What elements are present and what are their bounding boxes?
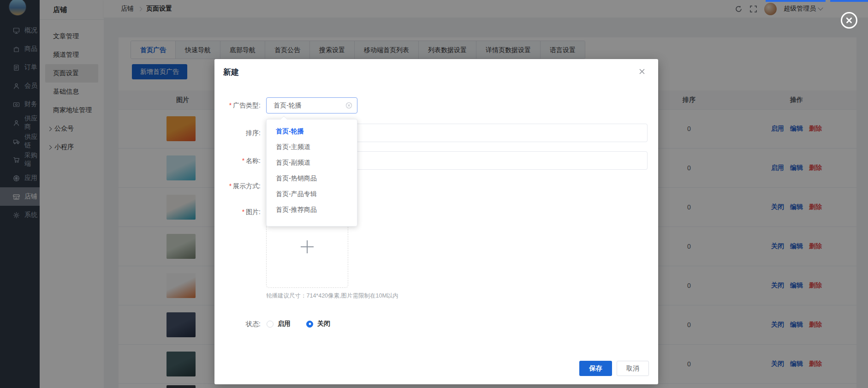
dropdown-option[interactable]: 首页-副频道 xyxy=(267,155,357,170)
ad-type-select[interactable]: 首页-轮播 xyxy=(266,97,357,113)
sort-label: *排序: xyxy=(214,124,261,142)
status-radio-group: 启用关闭 xyxy=(267,315,346,333)
plus-icon xyxy=(301,240,314,253)
required-asterisk: * xyxy=(242,208,244,215)
top-indicator-bar xyxy=(766,0,826,2)
ad-type-label: *广告类型: xyxy=(214,97,261,113)
radio-selected-icon[interactable] xyxy=(306,321,313,328)
required-asterisk: * xyxy=(242,157,244,164)
name-label: *名称: xyxy=(214,151,261,170)
status-radio-option[interactable]: 启用 xyxy=(267,320,291,328)
required-asterisk: * xyxy=(229,101,232,109)
dropdown-option-selected[interactable]: 首页-轮播 xyxy=(267,123,357,139)
ad-type-selected-value: 首页-轮播 xyxy=(273,101,345,110)
dialog-title: 新建 xyxy=(223,67,239,78)
dropdown-option-list: 首页-轮播首页-主频道首页-副频道首页-热销商品首页-产品专辑首页-推荐商品 xyxy=(267,119,357,217)
cancel-button[interactable]: 取消 xyxy=(617,361,649,376)
required-asterisk: * xyxy=(229,182,232,190)
status-label: *状态: xyxy=(214,315,261,333)
floating-close-button[interactable] xyxy=(841,12,857,29)
save-button[interactable]: 保存 xyxy=(579,361,612,376)
ad-type-dropdown: 首页-轮播首页-主频道首页-副频道首页-热销商品首页-产品专辑首页-推荐商品 xyxy=(266,119,357,227)
status-option-label: 关闭 xyxy=(317,320,330,328)
dropdown-option[interactable]: 首页-产品专辑 xyxy=(267,186,357,202)
dropdown-option[interactable]: 首页-热销商品 xyxy=(267,170,357,186)
top-indicator-bar xyxy=(830,0,868,2)
dropdown-option[interactable]: 首页-主频道 xyxy=(267,139,357,155)
display-mode-label: *展示方式: xyxy=(214,177,261,195)
upload-hint-text: 轮播建议尺寸：714*420像素,图片需限制在10M以内 xyxy=(266,292,398,300)
status-option-label: 启用 xyxy=(278,320,291,328)
radio-unselected-icon[interactable] xyxy=(267,321,273,328)
status-radio-option[interactable]: 关闭 xyxy=(306,320,330,328)
clear-selection-icon[interactable] xyxy=(345,102,352,109)
dialog-close-icon[interactable] xyxy=(638,67,646,76)
dropdown-option[interactable]: 首页-推荐商品 xyxy=(267,202,357,217)
image-label: *图片: xyxy=(214,203,261,221)
